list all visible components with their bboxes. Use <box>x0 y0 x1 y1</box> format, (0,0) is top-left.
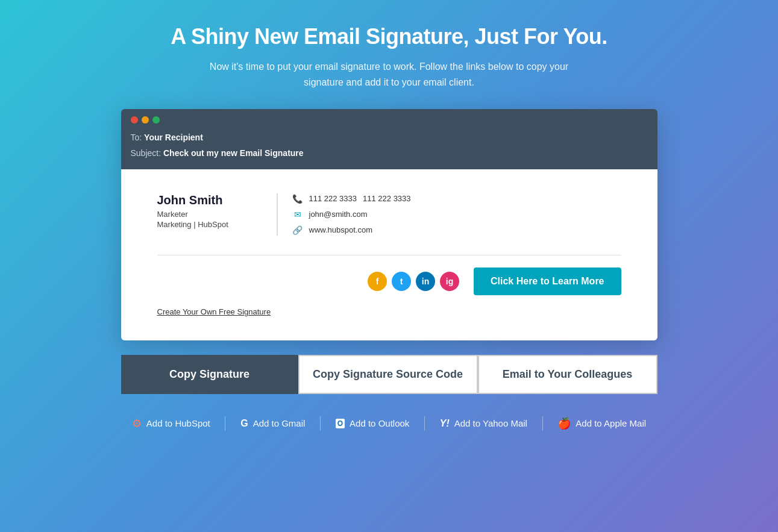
website-icon: 🔗 <box>292 225 303 236</box>
sig-email: john@smith.com <box>309 210 368 219</box>
copy-signature-button[interactable]: Copy Signature <box>121 355 298 394</box>
free-signature-link[interactable]: Create Your Own Free Signature <box>157 307 621 316</box>
add-to-apple[interactable]: 🍎 Add to Apple Mail <box>550 412 653 435</box>
sig-name: John Smith <box>157 193 262 207</box>
add-to-apple-label: Add to Apple Mail <box>576 418 646 428</box>
email-mockup: To: Your Recipient Subject: Check out my… <box>121 109 657 340</box>
add-to-gmail-label: Add to Gmail <box>253 418 306 428</box>
subject-label: Subject: <box>131 148 162 158</box>
social-icons: f t in ig <box>368 272 459 291</box>
separator-1 <box>225 416 225 431</box>
action-buttons-row: Copy Signature Copy Signature Source Cod… <box>121 355 657 394</box>
outlook-icon: O <box>336 419 345 428</box>
sig-phone1: 111 222 3333 <box>309 194 357 203</box>
traffic-light-green <box>152 116 160 124</box>
apple-icon: 🍎 <box>557 417 571 430</box>
gmail-icon: G <box>240 418 248 429</box>
sig-website-row: 🔗 www.hubspot.com <box>292 225 411 236</box>
add-to-outlook-label: Add to Outlook <box>350 418 409 428</box>
instagram-icon[interactable]: ig <box>440 272 459 291</box>
add-to-hubspot[interactable]: ⚙ Add to HubSpot <box>125 412 218 435</box>
add-to-yahoo-label: Add to Yahoo Mail <box>454 418 527 428</box>
signature-card: John Smith Marketer Marketing | HubSpot … <box>157 193 621 236</box>
twitter-icon[interactable]: t <box>392 272 411 291</box>
sig-phone2: 111 222 3333 <box>363 194 411 203</box>
add-to-gmail[interactable]: G Add to Gmail <box>233 413 312 434</box>
cta-button[interactable]: Click Here to Learn More <box>474 268 621 295</box>
traffic-light-yellow <box>142 116 149 124</box>
sig-left: John Smith Marketer Marketing | HubSpot <box>157 193 278 236</box>
separator-2 <box>320 416 321 431</box>
email-body: John Smith Marketer Marketing | HubSpot … <box>121 169 657 340</box>
add-to-outlook[interactable]: O Add to Outlook <box>328 413 417 433</box>
add-to-bar: ⚙ Add to HubSpot G Add to Gmail O Add to… <box>121 406 657 441</box>
subject-value: Check out my new Email Signature <box>163 148 304 158</box>
copy-source-button[interactable]: Copy Signature Source Code <box>298 355 478 394</box>
email-colleagues-button[interactable]: Email to Your Colleagues <box>478 355 657 394</box>
add-to-hubspot-label: Add to HubSpot <box>146 418 210 428</box>
sig-divider <box>157 255 621 255</box>
sig-title: Marketer <box>157 210 262 219</box>
sig-right: 📞 111 222 3333 111 222 3333 ✉ john@smith… <box>278 193 411 236</box>
page-title: A Shiny New Email Signature, Just For Yo… <box>171 24 607 49</box>
traffic-lights <box>131 116 648 124</box>
facebook-icon[interactable]: f <box>368 272 387 291</box>
email-icon: ✉ <box>292 209 303 220</box>
add-to-yahoo[interactable]: Y! Add to Yahoo Mail <box>433 413 535 434</box>
linkedin-icon[interactable]: in <box>416 272 435 291</box>
separator-3 <box>424 416 425 431</box>
hubspot-icon: ⚙ <box>132 417 142 430</box>
sig-company: Marketing | HubSpot <box>157 220 262 229</box>
yahoo-icon: Y! <box>440 418 450 429</box>
separator-4 <box>542 416 543 431</box>
to-value: Your Recipient <box>144 133 203 142</box>
to-label: To: <box>131 133 142 142</box>
phone-icon: 📞 <box>292 193 303 204</box>
page-subtitle: Now it's time to put your email signatur… <box>202 59 576 90</box>
sig-website: www.hubspot.com <box>309 225 373 234</box>
sig-email-row: ✉ john@smith.com <box>292 209 411 220</box>
email-to-field: To: Your Recipient <box>131 131 648 145</box>
sig-social-cta: f t in ig Click Here to Learn More <box>157 268 621 295</box>
traffic-light-red <box>131 116 138 124</box>
sig-phone-row: 📞 111 222 3333 111 222 3333 <box>292 193 411 204</box>
email-subject-field: Subject: Check out my new Email Signatur… <box>131 146 648 161</box>
email-titlebar: To: Your Recipient Subject: Check out my… <box>121 109 657 169</box>
